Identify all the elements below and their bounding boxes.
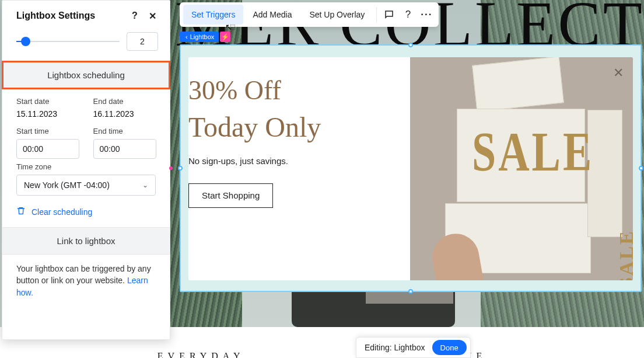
lightbox-settings-panel: Lightbox Settings ? ✕ 2 Lightbox schedul… xyxy=(2,0,170,340)
sale-text-big: SALE xyxy=(472,120,594,185)
trash-icon[interactable] xyxy=(16,206,26,218)
lightbox-heading-1: 30% Off xyxy=(188,74,410,107)
start-time-label: Start time xyxy=(16,127,79,135)
panel-title: Lightbox Settings xyxy=(16,11,124,21)
link-section-header[interactable]: Link to lightbox xyxy=(2,227,170,255)
help-icon[interactable]: ? xyxy=(128,9,142,23)
timezone-select[interactable]: New York (GMT -04:00) ⌄ xyxy=(16,175,156,196)
sale-text-side: SALE xyxy=(615,230,633,280)
chevron-down-icon: ⌄ xyxy=(142,181,148,189)
end-time-input[interactable]: 00:00 xyxy=(93,139,156,159)
help-icon[interactable]: ? xyxy=(399,6,416,23)
trigger-delay-slider[interactable] xyxy=(16,37,120,46)
start-date-value[interactable]: 15.11.2023 xyxy=(16,109,79,119)
start-shopping-button[interactable]: Start Shopping xyxy=(188,183,273,208)
done-button[interactable]: Done xyxy=(432,340,467,355)
breadcrumb-label: Lightbox xyxy=(190,33,215,40)
tab-add-media[interactable]: Add Media xyxy=(244,5,300,25)
hero-subline-left: EVERYDAY xyxy=(158,351,244,358)
editing-label: Editing: Lightbox xyxy=(365,343,425,352)
lightbox-heading-2: Today Only xyxy=(188,111,410,143)
lightbox-image: SALE SALE ✕ xyxy=(410,57,633,280)
end-date-label: End date xyxy=(93,97,156,106)
scheduling-section-header[interactable]: Lightbox scheduling xyxy=(2,61,170,89)
timezone-label: Time zone xyxy=(16,162,156,171)
tab-set-triggers[interactable]: Set Triggers xyxy=(183,5,243,25)
resize-handle-s[interactable] xyxy=(408,289,413,294)
lightbox-preview[interactable]: 30% Off Today Only No sign-ups, just sav… xyxy=(188,57,633,280)
breadcrumb[interactable]: ‹Lightbox ⚡ xyxy=(180,30,230,43)
anchor-dot xyxy=(169,166,173,170)
tab-set-up-overlay[interactable]: Set Up Overlay xyxy=(301,5,373,25)
more-icon[interactable]: ··· xyxy=(418,6,435,23)
lightbox-close-icon[interactable]: ✕ xyxy=(613,65,624,81)
resize-handle-n[interactable] xyxy=(408,43,413,47)
clear-scheduling-link[interactable]: Clear scheduling xyxy=(32,207,92,217)
start-time-input[interactable]: 00:00 xyxy=(16,139,79,159)
chevron-left-icon: ‹ xyxy=(186,33,188,40)
bolt-icon[interactable]: ⚡ xyxy=(220,32,230,42)
lightbox-subtext: No sign-ups, just savings. xyxy=(188,156,410,166)
comment-icon[interactable] xyxy=(380,6,398,23)
start-date-label: Start date xyxy=(16,97,79,106)
trigger-delay-value[interactable]: 2 xyxy=(127,32,158,51)
resize-handle-w[interactable] xyxy=(178,166,183,171)
resize-handle-e[interactable] xyxy=(639,166,643,171)
editing-bar: Editing: Lightbox Done xyxy=(356,337,471,358)
end-time-label: End time xyxy=(93,127,156,135)
end-date-value[interactable]: 16.11.2023 xyxy=(93,109,156,119)
element-context-toolbar: Set Triggers Add Media Set Up Overlay ? … xyxy=(180,2,439,27)
timezone-value: New York (GMT -04:00) xyxy=(24,180,110,190)
close-icon[interactable]: ✕ xyxy=(145,9,159,23)
